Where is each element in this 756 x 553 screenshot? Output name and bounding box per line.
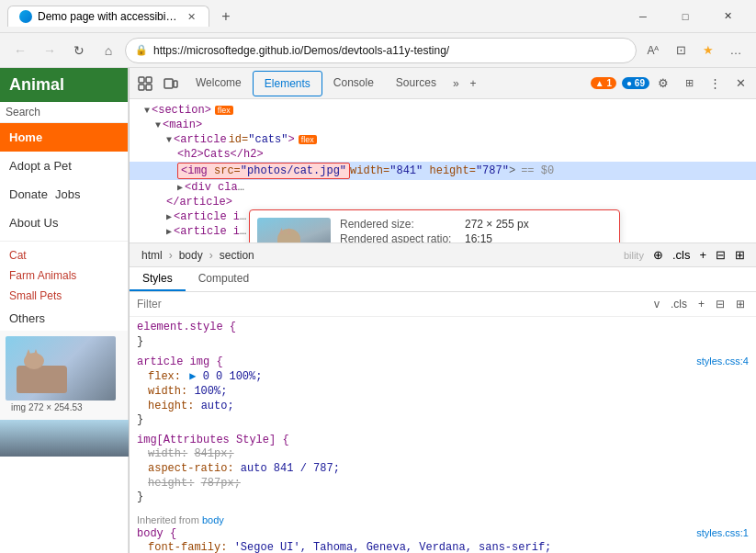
minimize-button[interactable]: ─ — [622, 2, 664, 31]
browser-toolbar: ← → ↻ ⌂ 🔒 https://microsoftedge.github.i… — [0, 33, 756, 68]
nav-item-about[interactable]: About Us — [0, 209, 128, 237]
dom-line-div[interactable]: ▶ <div cla… — [130, 180, 756, 195]
properties-button[interactable]: ⊟ — [712, 246, 729, 264]
devtools-toolbar: Welcome Elements Console Sources » + ▲ 1… — [130, 68, 756, 99]
maximize-button[interactable]: □ — [664, 2, 706, 31]
device-mode-button[interactable] — [159, 72, 183, 96]
inherited-from-label: Inherited from body — [137, 511, 749, 527]
filter-input[interactable] — [137, 298, 647, 310]
site-link-cat[interactable]: Cat — [0, 245, 128, 265]
rendered-size-label: Rendered size: — [340, 218, 459, 231]
collapse-triangle[interactable]: ▼ — [155, 120, 161, 130]
home-button[interactable]: ⌂ — [96, 38, 121, 63]
rendered-aspect-label: Rendered aspect ratio: — [340, 232, 459, 243]
close-devtools-button[interactable]: ✕ — [728, 72, 752, 96]
active-tab[interactable]: Demo page with accessibility iss ✕ — [7, 6, 209, 27]
tab-favicon — [19, 10, 32, 23]
flex-expand-icon[interactable]: ▶ — [189, 370, 196, 383]
inherited-from-link[interactable]: body — [202, 514, 224, 525]
main-area: Animal Search Home Adopt a Pet Donate Jo… — [0, 68, 756, 553]
breadcrumb-html[interactable]: html — [137, 247, 167, 264]
back-button[interactable]: ← — [7, 38, 33, 63]
tab-sources[interactable]: Sources — [385, 71, 447, 96]
address-bar[interactable]: 🔒 https://microsoftedge.github.io/Demos/… — [125, 38, 637, 63]
dom-line-img[interactable]: <img src="photos/cat.jpg" width="841" he… — [130, 162, 756, 180]
issues-badge[interactable]: ▲ 1 — [591, 77, 616, 89]
refresh-button[interactable]: ↻ — [66, 38, 92, 63]
inspect-element-button[interactable] — [133, 72, 157, 96]
collections-button[interactable]: ⊡ — [668, 38, 694, 63]
breadcrumb-body[interactable]: body — [175, 247, 208, 264]
tab-welcome[interactable]: Welcome — [185, 71, 253, 96]
collapse-triangle[interactable]: ▶ — [177, 182, 183, 193]
nav-item-home[interactable]: Home — [0, 123, 128, 152]
collapse-triangle[interactable]: ▶ — [166, 211, 172, 222]
collapse-triangle[interactable]: ▼ — [166, 135, 172, 145]
forward-button[interactable]: → — [37, 38, 62, 63]
more-tools-button[interactable]: ⋮ — [703, 72, 727, 96]
nav-item-donate[interactable]: Donate Jobs — [0, 180, 128, 209]
computed-layers-button[interactable]: ⊞ — [731, 246, 749, 264]
filter-icon-grid[interactable]: ⊞ — [732, 296, 749, 312]
dom-line-article[interactable]: ▼ <article id="cats" > flex — [130, 132, 756, 147]
cls-button[interactable]: .cls — [669, 246, 694, 264]
dom-line-section[interactable]: ▼ <section> flex — [130, 103, 756, 118]
tab-title: Demo page with accessibility iss — [38, 10, 179, 23]
more-button[interactable]: … — [723, 38, 749, 63]
pointer-mode-button[interactable]: ⊕ — [649, 246, 667, 264]
devtools-right-icons: ▲ 1 ● 69 ⚙ ⊞ ⋮ ✕ — [591, 72, 752, 96]
rendered-size-val: 272 × 255 px — [465, 218, 529, 231]
others-label: Others — [0, 306, 128, 331]
breadcrumb-section[interactable]: section — [215, 247, 259, 264]
site-link-farm[interactable]: Farm Animals — [0, 265, 128, 286]
css-source-styles1[interactable]: styles.css:1 — [696, 527, 749, 538]
filter-icon-dot-cls[interactable]: .cls — [667, 296, 691, 312]
cat-image-box: img 272 × 254.53 — [0, 331, 128, 420]
window-controls: ─ □ ✕ — [622, 2, 749, 31]
filter-icon-box[interactable]: ⊟ — [712, 296, 728, 312]
elements-badge[interactable]: ● 69 — [622, 77, 649, 89]
tab-elements[interactable]: Elements — [253, 71, 322, 96]
others-text: Others — [9, 311, 45, 325]
filter-bar: v .cls + ⊟ ⊞ — [130, 292, 756, 317]
dom-line-main[interactable]: ▼ <main> — [130, 118, 756, 132]
plus-button[interactable]: + — [695, 246, 710, 264]
image-tooltip: Rendered size: 272 × 255 px Rendered asp… — [249, 209, 620, 243]
site-bottom-image — [0, 420, 129, 457]
filter-icons: v .cls + ⊟ ⊞ — [650, 296, 749, 312]
nav-item-adopt[interactable]: Adopt a Pet — [0, 152, 128, 180]
collapse-triangle[interactable]: ▼ — [144, 106, 150, 116]
tab-close-button[interactable]: ✕ — [185, 10, 197, 23]
tab-console[interactable]: Console — [322, 71, 385, 96]
browser-titlebar: Demo page with accessibility iss ✕ + ─ □… — [0, 0, 756, 33]
settings-button[interactable]: ⚙ — [651, 72, 675, 96]
new-tab-button[interactable]: + — [213, 4, 239, 29]
svg-rect-3 — [146, 85, 152, 90]
nav-home-label: Home — [9, 130, 42, 144]
favorites-button[interactable]: ★ — [695, 38, 721, 63]
svg-rect-2 — [139, 85, 144, 90]
tab-styles[interactable]: Styles — [130, 267, 186, 291]
tab-add-button[interactable]: + — [465, 73, 482, 94]
toolbar-icons: Aᴬ ⊡ ★ … — [640, 38, 749, 63]
filter-icon-v[interactable]: v — [650, 296, 663, 312]
dock-button[interactable]: ⊞ — [677, 72, 701, 96]
site-link-small[interactable]: Small Pets — [0, 286, 128, 306]
url-text: https://microsoftedge.github.io/Demos/de… — [153, 44, 626, 57]
css-source-styles4[interactable]: styles.css:4 — [696, 356, 749, 367]
accessibility-indicator: bility — [624, 250, 644, 261]
dom-line-article-close[interactable]: </article> — [130, 195, 756, 209]
collapse-triangle[interactable]: ▶ — [166, 226, 172, 237]
css-rule-body: body { styles.css:1 font-family: 'Segoe … — [137, 527, 749, 553]
css-rules: element.style { } article img { styles.c… — [130, 317, 756, 553]
dom-line-h2[interactable]: <h2>Cats</h2> — [130, 147, 756, 162]
site-sidebar: Animal Search Home Adopt a Pet Donate Jo… — [0, 68, 129, 553]
reader-mode-button[interactable]: Aᴬ — [640, 38, 666, 63]
close-button[interactable]: ✕ — [706, 2, 749, 31]
filter-icon-plus[interactable]: + — [694, 296, 708, 312]
tab-computed[interactable]: Computed — [186, 267, 262, 291]
tab-strip: Demo page with accessibility iss ✕ + — [7, 4, 618, 29]
tooltip-info: Rendered size: 272 × 255 px Rendered asp… — [340, 218, 612, 243]
tab-more-button[interactable]: » — [447, 73, 465, 94]
search-label: Search — [6, 106, 40, 118]
